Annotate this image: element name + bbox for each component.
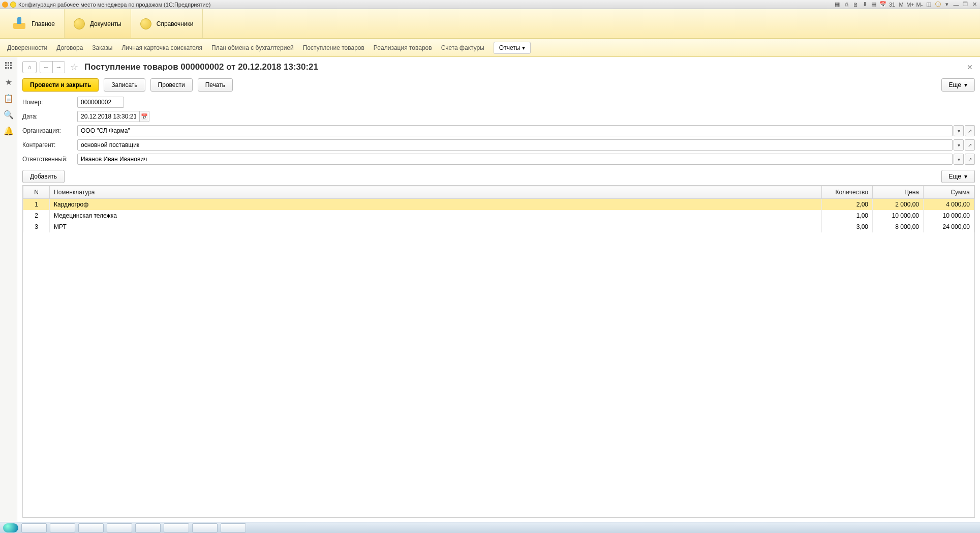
- command-bar: Провести и закрыть Записать Провести Печ…: [22, 78, 975, 92]
- os-taskbar[interactable]: [0, 522, 980, 533]
- titlebar-print-icon[interactable]: ⎙: [843, 1, 850, 8]
- app-icon-dropdown[interactable]: [10, 2, 16, 8]
- cell-n: 2: [23, 210, 50, 221]
- subnav-plan[interactable]: План обмена с бухгалтерией: [211, 44, 294, 51]
- calendar-icon: 📅: [141, 113, 148, 120]
- rail-clipboard-icon[interactable]: 📋: [4, 94, 13, 103]
- input-contragent[interactable]: [77, 139, 953, 151]
- cell-qty: 1,00: [822, 210, 873, 221]
- window-minimize[interactable]: —: [953, 1, 960, 8]
- table-more-button[interactable]: Еще ▾: [941, 170, 975, 183]
- rail-bell-icon[interactable]: 🔔: [4, 126, 13, 135]
- favorite-star-icon[interactable]: ☆: [70, 62, 78, 73]
- close-form-button[interactable]: ✕: [965, 63, 975, 71]
- input-responsible[interactable]: [77, 154, 953, 165]
- taskbar-app[interactable]: [78, 523, 104, 532]
- taskbar-app[interactable]: [192, 523, 218, 532]
- section-tabs: Главное Документы Справочники: [0, 9, 980, 39]
- contragent-open-button[interactable]: ↗: [965, 139, 975, 151]
- taskbar-app[interactable]: [107, 523, 132, 532]
- taskbar-app[interactable]: [21, 523, 47, 532]
- taskbar-app[interactable]: [50, 523, 75, 532]
- desk-lamp-icon: [12, 17, 26, 31]
- table-row[interactable]: 3МРТ3,008 000,0024 000,00: [23, 221, 974, 232]
- responsible-dropdown-button[interactable]: ▾: [954, 154, 964, 165]
- nav-back-button[interactable]: ←: [40, 62, 52, 73]
- subnav-doverennosti[interactable]: Доверенности: [7, 44, 47, 51]
- taskbar-app[interactable]: [221, 523, 246, 532]
- input-org[interactable]: [77, 125, 953, 136]
- taskbar-app[interactable]: [135, 523, 161, 532]
- section-tab-references[interactable]: Справочники: [131, 9, 203, 38]
- write-button[interactable]: Записать: [104, 78, 145, 92]
- subnav-scheta[interactable]: Счета фактуры: [441, 44, 484, 51]
- subnav-otchety-button[interactable]: Отчеты ▾: [494, 42, 531, 54]
- subnav-dogovora[interactable]: Договора: [56, 44, 83, 51]
- titlebar-info-icon[interactable]: ⓘ: [934, 1, 941, 8]
- titlebar-save-icon[interactable]: ⬇: [861, 1, 868, 8]
- titlebar-m[interactable]: M: [898, 1, 905, 8]
- window-close[interactable]: ✕: [971, 1, 978, 8]
- svg-rect-2: [10, 62, 12, 64]
- taskbar-app[interactable]: [164, 523, 189, 532]
- post-button[interactable]: Провести: [150, 78, 193, 92]
- content-header: ⌂ ← → ☆ Поступление товаров 000000002 от…: [22, 61, 975, 73]
- cell-nomen: Медецинская тележка: [50, 210, 822, 221]
- titlebar-calc-icon[interactable]: ▤: [870, 1, 877, 8]
- cell-price: 8 000,00: [873, 221, 924, 232]
- input-date[interactable]: [77, 111, 139, 122]
- rail-star-icon[interactable]: ★: [4, 77, 13, 86]
- titlebar-tool-icon[interactable]: ▦: [834, 1, 841, 8]
- subnav-postuplenie[interactable]: Поступление товаров: [303, 44, 364, 51]
- cell-sum: 10 000,00: [924, 210, 974, 221]
- svg-rect-0: [5, 62, 7, 64]
- cell-price: 10 000,00: [873, 210, 924, 221]
- items-table-wrap[interactable]: N Номенклатура Количество Цена Сумма 1Ка…: [22, 185, 975, 518]
- col-header-nomen[interactable]: Номенклатура: [50, 186, 822, 199]
- svg-rect-8: [10, 67, 12, 69]
- section-tab-label: Справочники: [157, 20, 194, 27]
- org-dropdown-button[interactable]: ▾: [954, 125, 964, 136]
- titlebar-dropdown-icon[interactable]: ▾: [943, 1, 951, 8]
- rail-search-icon[interactable]: 🔍: [4, 110, 13, 119]
- svg-rect-4: [8, 65, 9, 66]
- titlebar-calendar-icon[interactable]: 📅: [879, 1, 886, 8]
- nav-forward-button[interactable]: →: [52, 62, 65, 73]
- subnav-otchety-label: Отчеты: [499, 44, 520, 51]
- titlebar-doc-icon[interactable]: 🗎: [852, 1, 859, 8]
- window-maximize[interactable]: ❐: [962, 1, 969, 8]
- table-command-bar: Добавить Еще ▾: [22, 170, 975, 183]
- subnav-lichnaya[interactable]: Личная карточка соискателя: [121, 44, 202, 51]
- cell-qty: 3,00: [822, 221, 873, 232]
- document-title: Поступление товаров 000000002 от 20.12.2…: [84, 62, 318, 72]
- svg-rect-1: [8, 62, 9, 64]
- section-tab-documents[interactable]: Документы: [65, 9, 131, 38]
- col-header-sum[interactable]: Сумма: [924, 186, 974, 199]
- titlebar-date-icon[interactable]: 31: [889, 1, 896, 8]
- titlebar-panels-icon[interactable]: ◫: [925, 1, 932, 8]
- contragent-dropdown-button[interactable]: ▾: [954, 139, 964, 151]
- col-header-qty[interactable]: Количество: [822, 186, 873, 199]
- section-tab-main[interactable]: Главное: [3, 9, 65, 38]
- col-header-n[interactable]: N: [23, 186, 50, 199]
- titlebar-m-minus[interactable]: M-: [916, 1, 923, 8]
- svg-rect-6: [5, 67, 7, 69]
- table-row[interactable]: 2Медецинская тележка1,0010 000,0010 000,…: [23, 210, 974, 221]
- subnav-zakazy[interactable]: Заказы: [92, 44, 112, 51]
- print-button[interactable]: Печать: [198, 78, 233, 92]
- responsible-open-button[interactable]: ↗: [965, 154, 975, 165]
- subnav-realizatsiya[interactable]: Реализация товаров: [374, 44, 432, 51]
- input-number[interactable]: [77, 97, 124, 108]
- post-and-close-button[interactable]: Провести и закрыть: [22, 78, 99, 92]
- date-picker-button[interactable]: 📅: [139, 111, 149, 122]
- org-open-button[interactable]: ↗: [965, 125, 975, 136]
- col-header-price[interactable]: Цена: [873, 186, 924, 199]
- section-tab-label: Главное: [32, 20, 55, 27]
- table-row[interactable]: 1Кардиогроф2,002 000,004 000,00: [23, 199, 974, 211]
- more-button[interactable]: Еще ▾: [941, 78, 975, 92]
- start-button[interactable]: [3, 523, 18, 532]
- titlebar-m-plus[interactable]: M+: [907, 1, 914, 8]
- nav-home-button[interactable]: ⌂: [22, 61, 37, 73]
- add-row-button[interactable]: Добавить: [22, 170, 65, 183]
- rail-grid-icon[interactable]: [4, 61, 13, 70]
